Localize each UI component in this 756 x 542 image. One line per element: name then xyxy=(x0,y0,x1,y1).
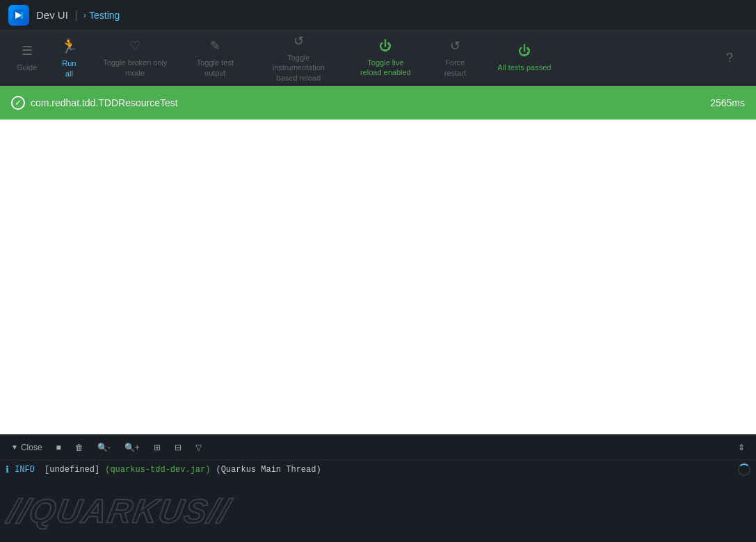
pencil-icon: ✎ xyxy=(210,38,220,54)
clear-log-button[interactable]: 🗑 xyxy=(70,441,89,454)
toggle-test-output-label: Toggle test output xyxy=(191,58,239,78)
heart-icon: ♡ xyxy=(129,38,140,54)
zoom-in-icon: 🔍+ xyxy=(124,443,140,452)
toggle-broken-label: Toggle broken only mode xyxy=(101,58,169,78)
force-restart-label: Force restart xyxy=(435,58,475,78)
log-level: INFO xyxy=(15,465,39,475)
stop-icon: ■ xyxy=(56,443,61,452)
chevron-down-icon: ▼ xyxy=(11,443,18,451)
test-pass-icon: ✓ xyxy=(11,96,25,110)
all-tests-passed-button[interactable]: ⏻ All tests passed xyxy=(486,31,562,85)
toggle-broken-button[interactable]: ♡ Toggle broken only mode xyxy=(90,31,180,85)
guide-icon: ☰ xyxy=(22,43,33,58)
stop-log-button[interactable]: ■ xyxy=(51,441,67,454)
reload-icon: ↺ xyxy=(293,33,304,49)
filter-button[interactable]: ▽ xyxy=(190,441,207,454)
columns-button[interactable]: ⊟ xyxy=(169,441,187,454)
breadcrumb: › Testing xyxy=(83,10,120,21)
zoom-in-button[interactable]: 🔍+ xyxy=(119,441,145,454)
help-button[interactable]: ? xyxy=(709,31,750,85)
test-duration: 2565ms xyxy=(710,97,745,108)
toggle-instrumentation-label: Toggle instrumentation based reload xyxy=(261,53,336,83)
zoom-out-button[interactable]: 🔍- xyxy=(92,441,116,454)
scroll-icon: ⇕ xyxy=(738,443,745,452)
layers-icon: ⊞ xyxy=(154,443,161,452)
filter-icon: ▽ xyxy=(195,443,202,452)
run-all-button[interactable]: 🏃 Runall xyxy=(48,31,90,85)
close-label: Close xyxy=(21,443,42,452)
top-bar: Dev UI | › Testing xyxy=(0,0,756,31)
test-row-left: ✓ com.redhat.tdd.TDDResourceTest xyxy=(11,96,178,110)
tests-passed-icon: ⏻ xyxy=(518,44,531,58)
test-class-name: com.redhat.tdd.TDDResourceTest xyxy=(31,97,178,108)
toggle-live-reload-label: Toggle live reload enabled xyxy=(358,58,412,78)
main-content: ✓ com.redhat.tdd.TDDResourceTest 2565ms xyxy=(0,86,756,434)
help-icon: ? xyxy=(726,51,733,65)
guide-label: Guide xyxy=(17,63,37,72)
toolbar: ☰ Guide 🏃 Runall ♡ Toggle broken only mo… xyxy=(0,31,756,86)
all-tests-passed-label: All tests passed xyxy=(497,63,551,72)
svg-rect-2 xyxy=(21,12,23,19)
info-icon: ℹ xyxy=(6,464,9,475)
guide-button[interactable]: ☰ Guide xyxy=(6,31,48,85)
restart-icon: ↺ xyxy=(450,38,460,54)
columns-icon: ⊟ xyxy=(175,443,182,452)
quarkus-logo-text: //QUARKUS// xyxy=(5,492,233,530)
log-line: ℹ INFO [undefined] (quarkus-tdd-dev.jar)… xyxy=(0,460,756,479)
app-logo xyxy=(8,5,29,26)
layers-button[interactable]: ⊞ xyxy=(148,441,166,454)
run-icon: 🏃 xyxy=(61,38,78,54)
test-result-row[interactable]: ✓ com.redhat.tdd.TDDResourceTest 2565ms xyxy=(0,86,756,120)
breadcrumb-arrow: › xyxy=(83,10,86,20)
trash-icon: 🗑 xyxy=(75,443,83,452)
force-restart-button[interactable]: ↺ Force restart xyxy=(424,31,486,85)
separator: | xyxy=(75,9,78,22)
app-title: Dev UI xyxy=(36,9,68,21)
quarkus-banner: //QUARKUS// xyxy=(0,479,756,542)
log-toolbar: ▼ Close ■ 🗑 🔍- 🔍+ ⊞ ⊟ ▽ ⇕ xyxy=(0,435,756,460)
log-thread: (Quarkus Main Thread) xyxy=(216,465,321,475)
run-all-label: Runall xyxy=(62,58,76,79)
zoom-out-icon: 🔍- xyxy=(97,443,111,452)
close-log-button[interactable]: ▼ Close xyxy=(6,441,48,454)
toggle-instrumentation-button[interactable]: ↺ Toggle instrumentation based reload xyxy=(250,31,347,85)
bottom-bar: ▼ Close ■ 🗑 🔍- 🔍+ ⊞ ⊟ ▽ ⇕ ℹ INFO xyxy=(0,434,756,542)
scroll-button[interactable]: ⇕ xyxy=(732,441,750,454)
loading-spinner xyxy=(738,463,750,476)
log-undefined: [undefined] xyxy=(45,465,99,475)
toggle-live-reload-button[interactable]: ⏻ Toggle live reload enabled xyxy=(347,31,424,85)
breadcrumb-label: Testing xyxy=(89,10,120,21)
power-icon: ⏻ xyxy=(379,39,392,54)
log-source: (quarkus-tdd-dev.jar) xyxy=(105,465,210,475)
toggle-test-output-button[interactable]: ✎ Toggle test output xyxy=(180,31,250,85)
